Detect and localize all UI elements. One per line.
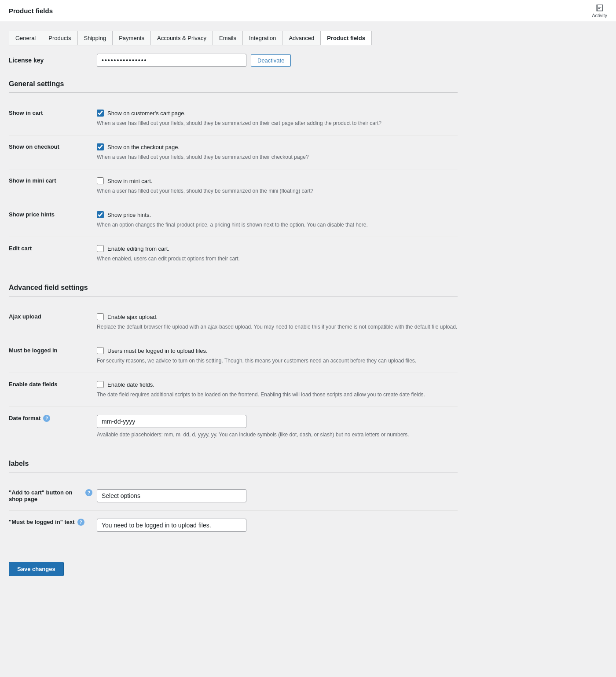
date-format-help-icon[interactable]: ? [43,415,50,422]
add-to-cart-text-input[interactable] [97,489,246,502]
license-label: License key [9,57,92,64]
date-format-label: Date format [9,415,40,421]
tab-integration[interactable]: Integration [242,31,282,45]
enable-date-fields-label: Enable date fields [9,373,97,407]
must-be-logged-in-text-input[interactable] [97,519,246,532]
show-price-hints-checkbox-label[interactable]: Show price hints. [107,212,151,218]
labels-section-title: labels [9,460,458,472]
table-row: Ajax upload Enable ajax upload. Replace … [9,305,458,339]
must-be-logged-in-label: Must be logged in [9,339,97,373]
ajax-upload-description: Replace the default browser file upload … [97,323,458,331]
tab-products[interactable]: Products [42,31,77,45]
show-on-checkout-checkbox[interactable] [97,143,104,150]
edit-cart-checkbox-label[interactable]: Enable editing from cart. [107,245,169,252]
table-row: Date format ? Available date placeholder… [9,407,458,447]
tab-shipping[interactable]: Shipping [77,31,113,45]
add-to-cart-label-cell: "Add to cart" button on shop page ? [9,481,97,511]
page-title: Product fields [9,7,53,15]
tab-emails[interactable]: Emails [213,31,243,45]
ajax-upload-label: Ajax upload [9,305,97,339]
show-price-hints-description: When an option changes the final product… [97,221,458,229]
activity-button[interactable]: Activity [592,4,607,18]
show-in-cart-checkbox[interactable] [97,110,104,117]
tab-payments[interactable]: Payments [112,31,151,45]
tab-accounts-privacy[interactable]: Accounts & Privacy [150,31,213,45]
table-row: Must be logged in Users must be logged i… [9,339,458,373]
deactivate-button[interactable]: Deactivate [251,54,291,67]
show-on-checkout-checkbox-label[interactable]: Show on the checkout page. [107,144,180,150]
table-row: "Must be logged in" text ? [9,511,458,540]
must-be-logged-in-cell: Users must be logged in to upload files.… [97,339,458,373]
must-be-logged-in-text-label: "Must be logged in" text [9,519,75,525]
edit-cart-cell: Enable editing from cart. When enabled, … [97,237,458,271]
enable-date-fields-cell: Enable date fields. The date field requi… [97,373,458,407]
table-row: Show in mini cart Show in mini cart. Whe… [9,169,458,203]
enable-date-fields-description: The date field requires additional scrip… [97,391,458,399]
main-content: General Products Shipping Payments Accou… [0,22,466,594]
table-row: "Add to cart" button on shop page ? [9,481,458,511]
ajax-upload-cell: Enable ajax upload. Replace the default … [97,305,458,339]
show-price-hints-cell: Show price hints. When an option changes… [97,203,458,237]
ajax-upload-checkbox-label[interactable]: Enable ajax upload. [107,314,158,320]
edit-cart-description: When enabled, users can edit product opt… [97,255,458,263]
show-in-cart-checkbox-label[interactable]: Show on customer's cart page. [107,110,186,117]
show-in-cart-cell: Show on customer's cart page. When a use… [97,102,458,135]
show-in-mini-cart-checkbox-label[interactable]: Show in mini cart. [107,178,153,184]
show-on-checkout-cell: Show on the checkout page. When a user h… [97,135,458,169]
show-in-cart-description: When a user has filled out your fields, … [97,119,458,127]
top-bar: Product fields Activity [0,0,616,22]
date-format-description: Available date placeholders: mm, m, dd, … [97,431,458,439]
date-format-label-cell: Date format ? [9,407,97,447]
table-row: Enable date fields Enable date fields. T… [9,373,458,407]
show-on-checkout-label: Show on checkout [9,135,97,169]
show-price-hints-label: Show price hints [9,203,97,237]
add-to-cart-value-cell [97,481,458,511]
add-to-cart-label: "Add to cart" button on shop page [9,489,83,502]
date-format-input[interactable] [97,415,246,428]
activity-icon [596,4,604,12]
must-be-logged-in-text-label-cell: "Must be logged in" text ? [9,511,97,540]
advanced-settings-table: Ajax upload Enable ajax upload. Replace … [9,305,458,446]
must-be-logged-in-description: For security reasons, we advice to turn … [97,357,458,365]
show-on-checkout-description: When a user has filled out your fields, … [97,153,458,161]
add-to-cart-help-icon[interactable]: ? [85,489,92,496]
table-row: Show in cart Show on customer's cart pag… [9,102,458,135]
show-in-mini-cart-label: Show in mini cart [9,169,97,203]
show-in-mini-cart-description: When a user has filled out your fields, … [97,187,458,195]
show-in-cart-label: Show in cart [9,102,97,135]
tabs-row: General Products Shipping Payments Accou… [9,31,458,45]
tab-product-fields[interactable]: Product fields [320,31,372,45]
license-row: License key Deactivate [9,54,458,67]
edit-cart-checkbox[interactable] [97,245,104,252]
table-row: Show price hints Show price hints. When … [9,203,458,237]
advanced-settings-title: Advanced field settings [9,284,458,296]
ajax-upload-checkbox[interactable] [97,313,104,320]
enable-date-fields-checkbox-label[interactable]: Enable date fields. [107,381,154,388]
license-input[interactable] [97,54,246,67]
show-in-mini-cart-cell: Show in mini cart. When a user has fille… [97,169,458,203]
tab-general[interactable]: General [9,31,42,45]
date-format-cell: Available date placeholders: mm, m, dd, … [97,407,458,447]
must-be-logged-in-text-help-icon[interactable]: ? [77,519,84,526]
must-be-logged-in-checkbox[interactable] [97,347,104,354]
tab-advanced[interactable]: Advanced [282,31,321,45]
must-be-logged-in-checkbox-label[interactable]: Users must be logged in to upload files. [107,348,208,354]
general-settings-table: Show in cart Show on customer's cart pag… [9,102,458,271]
edit-cart-label: Edit cart [9,237,97,271]
table-row: Edit cart Enable editing from cart. When… [9,237,458,271]
general-settings-title: General settings [9,80,458,93]
activity-label: Activity [592,13,607,18]
save-changes-button[interactable]: Save changes [9,562,64,576]
show-in-mini-cart-checkbox[interactable] [97,177,104,184]
must-be-logged-in-text-value-cell [97,511,458,540]
show-price-hints-checkbox[interactable] [97,211,104,218]
table-row: Show on checkout Show on the checkout pa… [9,135,458,169]
labels-table: "Add to cart" button on shop page ? "Mus… [9,481,458,540]
enable-date-fields-checkbox[interactable] [97,381,104,388]
